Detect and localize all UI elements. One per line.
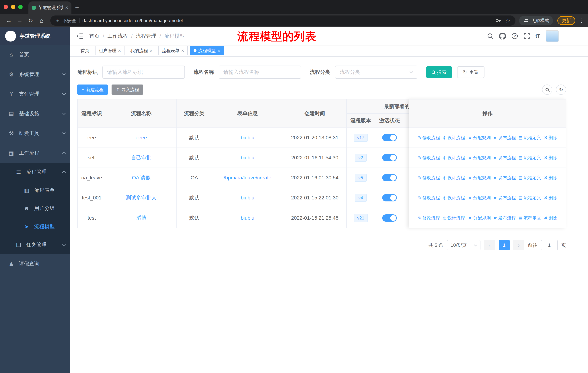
- sidebar-item-system-management[interactable]: ⚙ 系统管理: [0, 64, 70, 84]
- macos-minimize-button[interactable]: [11, 5, 15, 9]
- action-delete[interactable]: ✖删除: [544, 135, 557, 141]
- user-avatar[interactable]: [546, 30, 559, 42]
- import-process-button[interactable]: ↥ 导入流程: [112, 84, 143, 95]
- active-status-toggle[interactable]: [382, 194, 397, 202]
- process-name-input[interactable]: [219, 66, 301, 79]
- tag-my-process[interactable]: 我的流程 ×: [127, 46, 156, 55]
- create-process-button[interactable]: + 新建流程: [77, 84, 108, 95]
- macos-close-button[interactable]: [4, 5, 8, 9]
- action-process-definition[interactable]: ▤流程定义: [519, 155, 541, 161]
- forward-button[interactable]: →: [15, 15, 25, 26]
- process-name-link[interactable]: 测试多审批人: [126, 194, 157, 201]
- action-publish-process[interactable]: ☛发布流程: [494, 175, 516, 181]
- search-button[interactable]: 搜索: [426, 66, 452, 78]
- action-delete[interactable]: ✖删除: [544, 175, 557, 181]
- active-status-toggle[interactable]: [382, 134, 397, 141]
- action-edit-process[interactable]: ✎修改流程: [418, 155, 440, 161]
- back-button[interactable]: ←: [4, 15, 14, 26]
- tag-process-form[interactable]: 流程表单 ×: [158, 46, 188, 55]
- tag-close-icon[interactable]: ×: [181, 48, 184, 53]
- action-edit-process[interactable]: ✎修改流程: [418, 175, 440, 181]
- help-icon[interactable]: ?: [511, 33, 518, 39]
- prev-page-button[interactable]: ‹: [484, 240, 495, 250]
- sidebar-collapse-icon[interactable]: [76, 33, 84, 39]
- sidebar-item-dev-tools[interactable]: ⚒ 研发工具: [0, 123, 70, 143]
- action-publish-process[interactable]: ☛发布流程: [494, 195, 516, 201]
- action-assign-rule[interactable]: ☻分配规则: [468, 195, 491, 201]
- new-tab-button[interactable]: +: [75, 1, 79, 14]
- action-assign-rule[interactable]: ☻分配规则: [468, 175, 491, 181]
- process-name-link[interactable]: 自己审批: [131, 154, 151, 161]
- process-category-select[interactable]: 流程分类: [335, 66, 417, 79]
- tag-tenant-management[interactable]: 租户管理 ×: [95, 46, 125, 55]
- active-status-toggle[interactable]: [382, 214, 397, 222]
- action-process-definition[interactable]: ▤流程定义: [519, 195, 541, 201]
- breadcrumb-item[interactable]: 工作流程: [107, 33, 128, 40]
- action-design-process[interactable]: ◎设计流程: [443, 175, 465, 181]
- next-page-button[interactable]: ›: [513, 240, 524, 250]
- key-icon[interactable]: [495, 18, 501, 23]
- process-id-input[interactable]: [102, 66, 185, 79]
- font-size-icon[interactable]: tT: [536, 33, 540, 39]
- sidebar-item-workflow[interactable]: ▦ 工作流程: [0, 143, 70, 163]
- tag-process-model[interactable]: 流程模型 ×: [190, 46, 224, 55]
- action-delete[interactable]: ✖删除: [544, 155, 557, 161]
- action-design-process[interactable]: ◎设计流程: [443, 155, 465, 161]
- action-edit-process[interactable]: ✎修改流程: [418, 135, 440, 141]
- form-info-link[interactable]: biubiu: [241, 195, 254, 201]
- bookmark-star-icon[interactable]: ☆: [505, 18, 510, 24]
- action-edit-process[interactable]: ✎修改流程: [418, 215, 440, 221]
- action-process-definition[interactable]: ▤流程定义: [519, 175, 541, 181]
- action-publish-process[interactable]: ☛发布流程: [494, 155, 516, 161]
- active-status-toggle[interactable]: [382, 154, 397, 161]
- action-publish-process[interactable]: ☛发布流程: [494, 215, 516, 221]
- sidebar-item-leave-query[interactable]: ♟ 请假查询: [0, 254, 70, 273]
- form-info-link[interactable]: biubiu: [241, 155, 254, 161]
- active-status-toggle[interactable]: [382, 174, 397, 181]
- action-design-process[interactable]: ◎设计流程: [443, 195, 465, 201]
- reset-button[interactable]: ↻ 重置: [457, 66, 484, 78]
- breadcrumb-item[interactable]: 流程管理: [136, 33, 156, 40]
- action-process-definition[interactable]: ▤流程定义: [519, 135, 541, 141]
- breadcrumb-item[interactable]: 首页: [89, 33, 100, 40]
- home-button[interactable]: ⌂: [36, 15, 47, 26]
- action-delete[interactable]: ✖删除: [544, 215, 557, 221]
- toggle-search-button[interactable]: [542, 84, 552, 95]
- tag-close-icon[interactable]: ×: [218, 48, 220, 53]
- sidebar-item-infrastructure[interactable]: ▤ 基础设施: [0, 104, 70, 123]
- action-design-process[interactable]: ◎设计流程: [443, 135, 465, 141]
- action-assign-rule[interactable]: ☻分配规则: [468, 215, 491, 221]
- sidebar-item-payment-management[interactable]: ¥ 支付管理: [0, 84, 70, 104]
- sidebar-item-user-group[interactable]: ☻ 用户分组: [0, 199, 70, 217]
- search-icon[interactable]: [487, 33, 494, 39]
- fullscreen-icon[interactable]: [524, 33, 530, 39]
- sidebar-item-home[interactable]: ⌂ 首页: [0, 45, 70, 64]
- tag-home[interactable]: 首页: [77, 46, 93, 55]
- reload-button[interactable]: ↻: [26, 15, 36, 26]
- github-icon[interactable]: [499, 33, 506, 40]
- process-name-link[interactable]: OA 请假: [132, 174, 151, 181]
- form-info-link[interactable]: /bpm/oa/leave/create: [224, 175, 271, 181]
- process-name-link[interactable]: 滔博: [136, 214, 146, 222]
- action-process-definition[interactable]: ▤流程定义: [519, 215, 541, 221]
- macos-zoom-button[interactable]: [18, 5, 23, 9]
- update-button[interactable]: 更新: [557, 16, 575, 25]
- action-edit-process[interactable]: ✎修改流程: [418, 195, 440, 201]
- form-info-link[interactable]: biubiu: [241, 135, 254, 141]
- tag-close-icon[interactable]: ×: [150, 48, 152, 53]
- browser-tab[interactable]: 芋道管理系统 ×: [28, 1, 72, 14]
- action-design-process[interactable]: ◎设计流程: [443, 215, 465, 221]
- tab-close-icon[interactable]: ×: [65, 5, 68, 10]
- browser-menu-icon[interactable]: ⋮: [579, 18, 584, 24]
- page-size-select[interactable]: 10条/页: [447, 240, 481, 250]
- action-assign-rule[interactable]: ☻分配规则: [468, 155, 491, 161]
- sidebar-item-process-management[interactable]: ☰ 流程管理: [0, 163, 70, 181]
- process-name-link[interactable]: eeee: [136, 135, 147, 141]
- goto-page-input[interactable]: [541, 240, 558, 250]
- refresh-table-button[interactable]: ↻: [556, 84, 566, 95]
- sidebar-item-process-model[interactable]: ➤ 流程模型: [0, 217, 70, 236]
- current-page-button[interactable]: 1: [499, 240, 510, 250]
- address-bar[interactable]: ⚠ 不安全 dashboard.yudao.iocoder.cn/bpm/man…: [50, 15, 515, 26]
- sidebar-item-task-management[interactable]: ❏ 任务管理: [0, 236, 70, 254]
- sidebar-item-process-form[interactable]: ▥ 流程表单: [0, 181, 70, 199]
